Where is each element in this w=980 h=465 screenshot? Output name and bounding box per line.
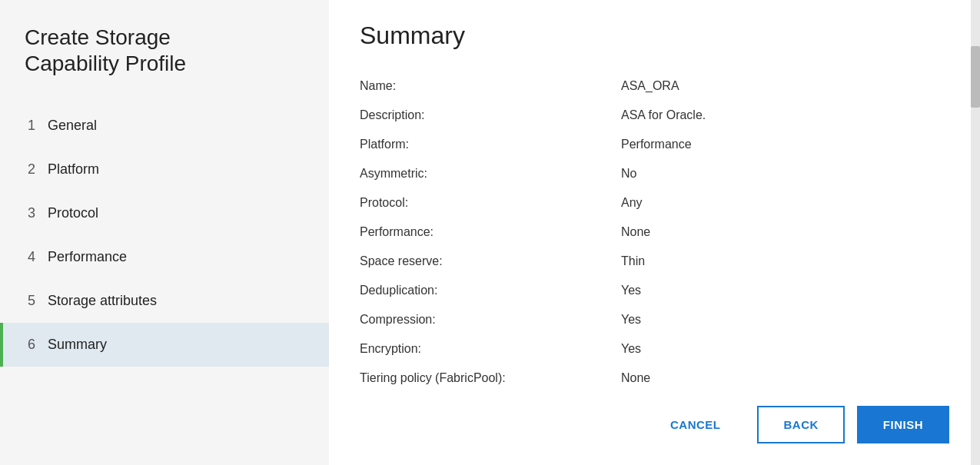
- sidebar: Create StorageCapability Profile 1Genera…: [0, 0, 329, 465]
- sidebar-step-storage-attributes[interactable]: 5Storage attributes: [25, 279, 329, 323]
- dialog-container: Create StorageCapability Profile 1Genera…: [0, 0, 980, 465]
- summary-value: Performance: [621, 138, 692, 151]
- summary-label: Compression:: [360, 313, 621, 327]
- summary-row: Deduplication:Yes: [360, 276, 949, 305]
- step-label: Performance: [48, 249, 127, 265]
- summary-row: Name:ASA_ORA: [360, 71, 949, 101]
- summary-label: Encryption:: [360, 342, 621, 356]
- step-number: 4: [28, 249, 35, 265]
- step-label: Protocol: [48, 205, 98, 221]
- summary-label: Asymmetric:: [360, 167, 621, 181]
- summary-label: Platform:: [360, 138, 621, 151]
- summary-value: None: [621, 371, 650, 385]
- step-number: 1: [28, 118, 35, 134]
- scrollbar-track: [971, 0, 980, 465]
- summary-label: Protocol:: [360, 196, 621, 210]
- summary-row: Compression:Yes: [360, 305, 949, 334]
- summary-row: Platform:Performance: [360, 130, 949, 159]
- summary-value: ASA_ORA: [621, 79, 679, 93]
- summary-value: Yes: [621, 284, 641, 297]
- scrollbar-thumb[interactable]: [971, 46, 980, 108]
- step-label: Summary: [48, 337, 107, 353]
- summary-value: No: [621, 167, 636, 181]
- summary-row: Asymmetric:No: [360, 159, 949, 188]
- summary-value: Yes: [621, 342, 641, 356]
- summary-label: Deduplication:: [360, 284, 621, 297]
- page-title: Summary: [360, 22, 949, 50]
- sidebar-step-protocol[interactable]: 3Protocol: [25, 191, 329, 235]
- sidebar-step-performance[interactable]: 4Performance: [25, 235, 329, 279]
- back-button[interactable]: BACK: [757, 406, 844, 443]
- step-number: 5: [28, 293, 35, 309]
- step-number: 2: [28, 161, 35, 178]
- summary-label: Description:: [360, 108, 621, 122]
- summary-label: Name:: [360, 79, 621, 93]
- summary-row: Protocol:Any: [360, 188, 949, 218]
- summary-row: Space reserve:Thin: [360, 247, 949, 276]
- footer: CANCEL BACK FINISH: [360, 390, 949, 465]
- summary-row: Description:ASA for Oracle.: [360, 101, 949, 130]
- sidebar-steps: 1General2Platform3Protocol4Performance5S…: [25, 104, 329, 367]
- summary-value: Yes: [621, 313, 641, 327]
- summary-row: Encryption:Yes: [360, 334, 949, 364]
- summary-value: ASA for Oracle.: [621, 108, 706, 122]
- summary-table: Name:ASA_ORADescription:ASA for Oracle.P…: [360, 71, 949, 390]
- step-number: 3: [28, 205, 35, 221]
- summary-row: Performance:None: [360, 218, 949, 247]
- summary-value: Any: [621, 196, 643, 210]
- sidebar-step-general[interactable]: 1General: [25, 104, 329, 148]
- sidebar-step-platform[interactable]: 2Platform: [25, 148, 329, 191]
- sidebar-title: Create StorageCapability Profile: [25, 25, 329, 76]
- finish-button[interactable]: FINISH: [857, 406, 949, 443]
- summary-label: Space reserve:: [360, 254, 621, 268]
- summary-value: Thin: [621, 254, 645, 268]
- step-label: Storage attributes: [48, 293, 157, 309]
- step-label: Platform: [48, 161, 99, 178]
- summary-value: None: [621, 225, 650, 239]
- sidebar-step-summary[interactable]: 6Summary: [0, 323, 329, 367]
- summary-row: Tiering policy (FabricPool):None: [360, 364, 949, 390]
- summary-label: Performance:: [360, 225, 621, 239]
- summary-label: Tiering policy (FabricPool):: [360, 371, 621, 385]
- main-content: Summary Name:ASA_ORADescription:ASA for …: [329, 0, 980, 465]
- cancel-button[interactable]: CANCEL: [646, 407, 746, 442]
- step-number: 6: [28, 337, 35, 353]
- step-label: General: [48, 118, 97, 134]
